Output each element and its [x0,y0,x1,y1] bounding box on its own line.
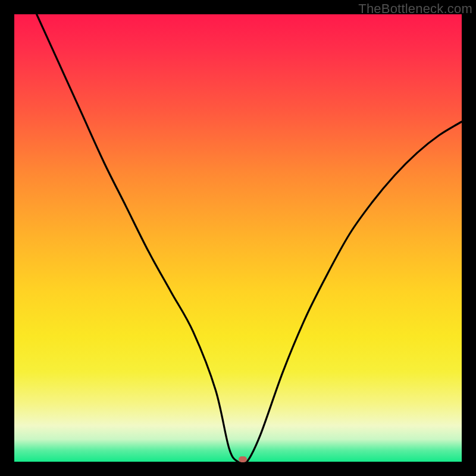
curve-path [37,14,462,464]
optimal-point-marker [239,456,247,462]
chart-frame: TheBottleneck.com [0,0,476,476]
plot-area [14,14,462,462]
bottleneck-curve [14,14,462,462]
